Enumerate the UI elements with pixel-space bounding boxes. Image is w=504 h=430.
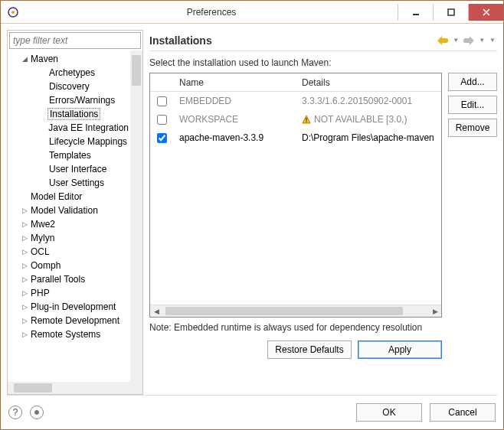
ok-button[interactable]: OK	[356, 403, 422, 422]
tree-item[interactable]: Discovery	[8, 80, 130, 93]
tree-item[interactable]: Model Editor	[8, 190, 130, 204]
tree-item-label: Discovery	[47, 81, 91, 92]
row-checkbox-cell	[150, 94, 173, 109]
tree-item[interactable]: ▷Remote Systems	[8, 327, 130, 341]
apply-button[interactable]: Apply	[358, 340, 442, 359]
twist-icon[interactable]: ▷	[20, 289, 29, 297]
row-checkbox[interactable]	[157, 133, 167, 143]
tree-item[interactable]: ▷Oomph	[8, 259, 130, 272]
add-button[interactable]: Add...	[448, 73, 497, 91]
scrollbar-thumb[interactable]	[132, 55, 141, 86]
tree-item[interactable]: ▷PHP	[8, 286, 130, 300]
twist-icon[interactable]: ▷	[20, 234, 29, 242]
tree-item[interactable]: Archetypes	[8, 66, 130, 80]
twist-icon[interactable]: ▷	[20, 262, 29, 269]
row-name: EMBEDDED	[173, 96, 296, 106]
tree-item[interactable]: ▷Remote Development	[8, 314, 130, 327]
body: ◢MavenArchetypesDiscoveryErrors/Warnings…	[1, 24, 503, 395]
page-header: Installations ▼ ▼ ▼	[149, 30, 497, 51]
tree-item[interactable]: ▷OCL	[8, 245, 130, 259]
footer: ? OK Cancel	[1, 396, 503, 429]
view-menu-dropdown[interactable]: ▼	[488, 37, 497, 44]
twist-icon[interactable]: ▷	[20, 207, 29, 214]
edit-button[interactable]: Edit...	[448, 96, 497, 114]
row-name: apache-maven-3.3.9	[173, 132, 296, 143]
filter-input[interactable]	[9, 32, 141, 49]
row-details: 3.3.3/1.6.2.20150902-0001	[296, 96, 441, 106]
tree-item-label: Model Validation	[29, 205, 100, 216]
tree-item-label: Model Editor	[29, 191, 83, 202]
tree-item[interactable]: ◢Maven	[8, 52, 130, 66]
scrollbar-thumb[interactable]	[165, 307, 403, 315]
preferences-window: Preferences ◢MavenArchetypesDiscoveryErr…	[0, 0, 504, 430]
column-name[interactable]: Name	[173, 77, 296, 88]
close-button[interactable]	[468, 4, 503, 21]
nav-arrows: ▼ ▼ ▼	[436, 36, 497, 45]
scrollbar-thumb[interactable]	[14, 383, 52, 393]
twist-icon[interactable]: ▷	[20, 303, 29, 311]
lower-buttons: Restore Defaults Apply	[149, 336, 442, 365]
row-checkbox[interactable]	[157, 115, 167, 125]
cancel-button[interactable]: Cancel	[430, 403, 496, 422]
titlebar: Preferences	[1, 1, 503, 24]
scroll-left-icon[interactable]: ◀	[150, 305, 162, 317]
tree-item-label: User Settings	[47, 178, 106, 188]
help-icon[interactable]: ?	[8, 406, 22, 419]
tree-item-label: Archetypes	[47, 67, 97, 78]
twist-icon[interactable]: ▷	[20, 317, 29, 324]
table-row[interactable]: WORKSPACENOT AVAILABLE [3.0,)	[150, 110, 441, 129]
tree-item-label: Remote Systems	[29, 329, 102, 340]
twist-icon[interactable]: ▷	[20, 248, 29, 256]
tree-horizontal-scrollbar[interactable]	[8, 382, 142, 394]
back-dropdown[interactable]: ▼	[451, 37, 460, 44]
row-checkbox[interactable]	[157, 96, 167, 106]
tree-item[interactable]: ▷Model Validation	[8, 204, 130, 217]
scroll-right-icon[interactable]: ▶	[429, 305, 441, 317]
twist-icon[interactable]: ▷	[20, 275, 29, 283]
tree-item[interactable]: ▷Mylyn	[8, 231, 130, 245]
table-body: EMBEDDED3.3.3/1.6.2.20150902-0001WORKSPA…	[150, 92, 441, 305]
tree-item-label: Maven	[29, 54, 60, 64]
tree-item[interactable]: Templates	[8, 148, 130, 162]
forward-button[interactable]	[462, 36, 476, 45]
tree-item-label: Lifecycle Mappings	[47, 136, 129, 147]
tree-item[interactable]: ▷Plug-in Development	[8, 300, 130, 314]
tree-item-label: PHP	[29, 288, 51, 298]
tree-vertical-scrollbar[interactable]	[130, 50, 142, 382]
tree-item[interactable]: ▷Mwe2	[8, 217, 130, 231]
side-buttons: Add... Edit... Remove	[448, 73, 497, 395]
tree-item-label: User Interface	[47, 164, 108, 174]
back-button[interactable]	[436, 36, 450, 45]
tree-item[interactable]: Lifecycle Mappings	[8, 135, 130, 148]
maximize-button[interactable]	[433, 4, 468, 21]
svg-point-1	[11, 11, 15, 14]
tree-item-label: Parallel Tools	[29, 274, 87, 285]
tree-item[interactable]: User Interface	[8, 162, 130, 176]
warning-icon	[302, 115, 311, 124]
minimize-button[interactable]	[398, 4, 433, 21]
restore-defaults-button[interactable]: Restore Defaults	[267, 340, 352, 359]
table-row[interactable]: apache-maven-3.3.9D:\Program Files\apach…	[150, 129, 441, 147]
column-details[interactable]: Details	[296, 77, 441, 88]
tree-item-label: Errors/Warnings	[47, 95, 116, 106]
tree-item-label: Installations	[47, 108, 100, 120]
table-row[interactable]: EMBEDDED3.3.3/1.6.2.20150902-0001	[150, 92, 441, 110]
preferences-tree[interactable]: ◢MavenArchetypesDiscoveryErrors/Warnings…	[8, 50, 130, 382]
remove-button[interactable]: Remove	[448, 119, 497, 137]
page-title: Installations	[149, 34, 436, 47]
tree-item[interactable]: Java EE Integration	[8, 121, 130, 135]
tree-item[interactable]: Errors/Warnings	[8, 93, 130, 107]
tree-item[interactable]: Installations	[8, 107, 130, 121]
svg-point-6	[34, 410, 39, 415]
tree-item[interactable]: ▷Parallel Tools	[8, 272, 130, 286]
twist-icon[interactable]: ◢	[20, 55, 29, 63]
tree-item[interactable]: User Settings	[8, 176, 130, 190]
forward-dropdown[interactable]: ▼	[477, 37, 486, 44]
progress-icon[interactable]	[30, 406, 44, 419]
footer-left-icons: ?	[8, 406, 44, 419]
table-horizontal-scrollbar[interactable]: ◀ ▶	[150, 305, 441, 317]
twist-icon[interactable]: ▷	[20, 220, 29, 228]
tree-item-label: Mwe2	[29, 219, 57, 230]
tree-item-label: Templates	[47, 150, 93, 161]
twist-icon[interactable]: ▷	[20, 331, 29, 338]
